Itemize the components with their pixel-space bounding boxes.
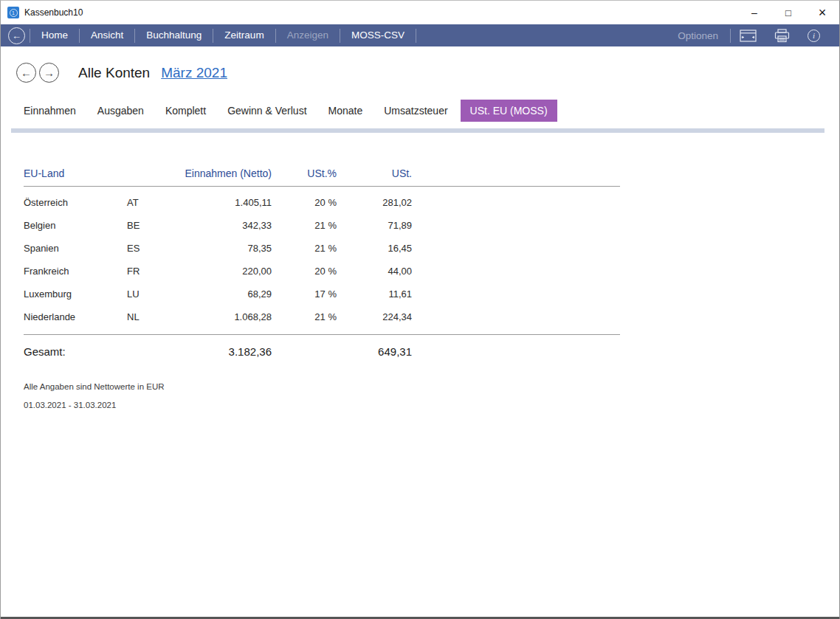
menu-item-ansicht[interactable]: Ansicht — [80, 24, 134, 46]
ribbon-back-button[interactable]: ← — [8, 27, 25, 44]
rate-cell: 20 % — [272, 266, 337, 277]
netto-cell: 1.068,28 — [171, 311, 272, 322]
netto-cell: 220,00 — [171, 266, 272, 277]
print-button[interactable] — [774, 29, 790, 43]
maximize-icon: □ — [785, 7, 791, 18]
report-footer: Alle Angaben sind Nettowerte in EUR 01.0… — [24, 382, 839, 409]
nav-forward-button[interactable]: → — [39, 63, 59, 83]
menubar: ← Home Ansicht Buchhaltung Zeitraum Anze… — [1, 24, 839, 46]
table-row: Spanien ES 78,35 21 % 16,45 — [24, 237, 620, 260]
tab-ausgaben[interactable]: Ausgaben — [97, 105, 144, 117]
code-cell: ES — [127, 243, 171, 254]
page-title: Alle Konten — [78, 65, 150, 81]
period-link[interactable]: März 2021 — [161, 65, 227, 81]
report-tabs: Einnahmen Ausgaben Komplett Gewinn & Ver… — [24, 100, 839, 122]
navigation-row: ← → Alle Konten März 2021 — [16, 63, 839, 83]
back-arrow-icon: ← — [12, 30, 21, 41]
nav-back-button[interactable]: ← — [16, 63, 36, 83]
menu-item-moss-csv[interactable]: MOSS-CSV — [340, 24, 416, 46]
minimize-button[interactable]: – — [737, 1, 771, 24]
table-row: Niederlande NL 1.068,28 21 % 224,34 — [24, 305, 620, 328]
tab-underline-bar — [11, 128, 824, 133]
nav-forward-icon: → — [44, 66, 55, 79]
rate-cell: 21 % — [272, 311, 337, 322]
table-header-row: EU-Land Einnahmen (Netto) USt.% USt. — [24, 167, 620, 187]
total-ust: 649,31 — [337, 345, 412, 358]
menubar-separator — [416, 29, 416, 43]
total-netto: 3.182,36 — [171, 345, 272, 358]
table-row: Luxemburg LU 68,29 17 % 11,61 — [24, 283, 620, 305]
rate-cell: 21 % — [272, 243, 337, 254]
total-label: Gesamt: — [24, 345, 171, 358]
ust-cell: 281,02 — [337, 197, 412, 208]
minimize-icon: – — [751, 7, 757, 18]
header-ust-prozent: USt.% — [272, 167, 337, 179]
maximize-button[interactable]: □ — [771, 1, 805, 24]
window-title: Kassenbuch10 — [24, 7, 83, 18]
info-icon: i — [808, 30, 820, 42]
printer-icon — [774, 29, 790, 43]
footer-period: 01.03.2021 - 31.03.2021 — [24, 401, 839, 409]
tab-komplett[interactable]: Komplett — [165, 105, 206, 117]
rate-cell: 21 % — [272, 220, 337, 231]
country-cell: Österreich — [24, 197, 127, 208]
menu-item-buchhaltung[interactable]: Buchhaltung — [135, 24, 213, 46]
rate-cell: 20 % — [272, 197, 337, 208]
country-cell: Niederlande — [24, 311, 127, 322]
options-button: Optionen — [666, 30, 730, 41]
ust-cell: 224,34 — [337, 311, 412, 322]
total-row: Gesamt: 3.182,36 649,31 — [24, 335, 620, 367]
ust-cell: 16,45 — [337, 243, 412, 254]
code-cell: AT — [127, 197, 171, 208]
app-icon: 1 — [7, 7, 19, 18]
ust-cell: 11,61 — [337, 288, 412, 300]
table-row: Frankreich FR 220,00 20 % 44,00 — [24, 260, 620, 283]
ust-cell: 71,89 — [337, 220, 412, 231]
menu-item-zeitraum[interactable]: Zeitraum — [213, 24, 275, 46]
code-cell: BE — [127, 220, 171, 231]
close-icon: × — [819, 5, 827, 21]
netto-cell: 1.405,11 — [171, 197, 272, 208]
fullscreen-icon — [740, 30, 757, 42]
rate-cell: 17 % — [272, 288, 337, 300]
tab-gewinn-verlust[interactable]: Gewinn & Verlust — [227, 105, 306, 117]
netto-cell: 78,35 — [171, 243, 272, 254]
moss-report-table: EU-Land Einnahmen (Netto) USt.% USt. Öst… — [24, 167, 620, 367]
header-einnahmen-netto: Einnahmen (Netto) — [171, 167, 272, 179]
info-button[interactable]: i — [808, 30, 820, 42]
code-cell: LU — [127, 288, 171, 300]
code-cell: FR — [127, 266, 171, 277]
tab-monate[interactable]: Monate — [328, 105, 363, 117]
titlebar: 1 Kassenbuch10 – □ × — [1, 1, 839, 24]
menubar-separator — [730, 29, 731, 43]
country-cell: Frankreich — [24, 266, 127, 277]
country-cell: Spanien — [24, 243, 127, 254]
menu-item-home[interactable]: Home — [30, 24, 79, 46]
netto-cell: 342,33 — [171, 220, 272, 231]
close-button[interactable]: × — [805, 1, 839, 24]
menu-item-anzeigen: Anzeigen — [276, 24, 340, 46]
header-eu-land: EU-Land — [24, 167, 127, 179]
country-cell: Belgien — [24, 220, 127, 231]
table-row: Belgien BE 342,33 21 % 71,89 — [24, 214, 620, 237]
app-badge-icon: 1 — [10, 9, 18, 17]
tab-ust-eu-moss[interactable]: USt. EU (MOSS) — [461, 100, 557, 122]
ust-cell: 44,00 — [337, 266, 412, 277]
netto-cell: 68,29 — [171, 288, 272, 300]
tab-umsatzsteuer[interactable]: Umsatzsteuer — [384, 105, 447, 117]
country-cell: Luxemburg — [24, 288, 127, 300]
code-cell: NL — [127, 311, 171, 322]
footer-note: Alle Angaben sind Nettowerte in EUR — [24, 382, 839, 391]
nav-back-icon: ← — [21, 66, 32, 79]
table-row: Österreich AT 1.405,11 20 % 281,02 — [24, 191, 620, 214]
fullscreen-button[interactable] — [740, 30, 757, 42]
tab-einnahmen[interactable]: Einnahmen — [24, 105, 76, 117]
table-body: Österreich AT 1.405,11 20 % 281,02 Belgi… — [24, 187, 620, 328]
header-ust: USt. — [337, 167, 412, 179]
